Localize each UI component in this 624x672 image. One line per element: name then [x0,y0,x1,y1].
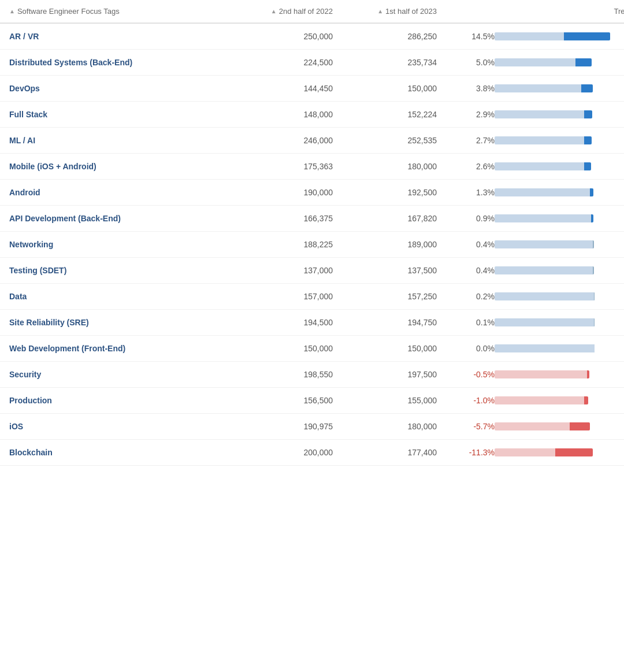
trend-base-bar [495,214,591,222]
tag-name: Distributed Systems (Back-End) [9,58,229,67]
table-row: Testing (SDET) 137,000 137,500 0.4% [0,258,624,284]
table-row: Networking 188,225 189,000 0.4% [0,232,624,258]
table-row: Blockchain 200,000 177,400 -11.3% [0,440,624,466]
trend-change-bar [594,292,595,300]
tag-name: Android [9,188,229,197]
trend-visual [495,370,622,378]
trend-bar-cell [495,58,624,66]
tag-name: Mobile (iOS + Android) [9,162,229,171]
table-row: AR / VR 250,000 286,250 14.5% [0,24,624,50]
trend-base-bar [495,344,595,352]
h1-2023-value: 180,000 [333,162,437,171]
trend-change-bar [593,240,594,248]
sort-icon-h1: ▲ [377,8,383,14]
trend-change-bar [590,188,593,196]
pct-value: 2.9% [437,110,495,119]
h2-2022-value: 250,000 [229,32,333,41]
h2-2022-value: 156,500 [229,396,333,405]
pct-value: 0.2% [437,292,495,301]
trend-visual [495,136,622,144]
pct-value: 1.3% [437,188,495,197]
trend-change-bar [587,370,589,378]
pct-value: 0.9% [437,214,495,223]
trend-bar-cell [495,110,624,118]
col-trend-header[interactable]: Trend [495,7,624,16]
pct-value: 0.0% [437,344,495,353]
h1-2023-value: 286,250 [333,32,437,41]
trend-visual [495,266,622,274]
trend-visual [495,162,622,170]
h1-2023-value: 194,750 [333,318,437,327]
trend-change-bar [555,448,593,456]
trend-bar-cell [495,214,624,222]
trend-visual [495,84,622,92]
table-row: Distributed Systems (Back-End) 224,500 2… [0,50,624,76]
h1-2023-value: 150,000 [333,344,437,353]
trend-visual [495,110,622,118]
table-row: Data 157,000 157,250 0.2% [0,284,624,310]
tag-name: Testing (SDET) [9,266,229,275]
sort-icon-h2: ▲ [271,8,277,14]
trend-bar-cell [495,266,624,274]
tag-name: AR / VR [9,32,229,41]
trend-base-bar [495,32,564,40]
tag-name: Web Development (Front-End) [9,344,229,353]
trend-visual [495,448,622,456]
h2-2022-value: 175,363 [229,162,333,171]
trend-base-bar [495,422,570,430]
h2-2022-value: 144,450 [229,84,333,93]
h1-2023-value: 180,000 [333,422,437,431]
h1-2023-value: 177,400 [333,448,437,457]
h2-2022-value: 198,550 [229,370,333,379]
trend-base-bar [495,110,584,118]
tag-name: Networking [9,240,229,249]
trend-visual [495,188,622,196]
h2-2022-value: 190,000 [229,188,333,197]
table-row: DevOps 144,450 150,000 3.8% [0,76,624,102]
table-row: Site Reliability (SRE) 194,500 194,750 0… [0,310,624,336]
h1-2023-value: 235,734 [333,58,437,67]
trend-change-bar [564,32,610,40]
pct-value: -5.7% [437,422,495,431]
table-row: Android 190,000 192,500 1.3% [0,180,624,206]
sort-icon-tag: ▲ [9,8,15,14]
pct-value: 5.0% [437,58,495,67]
pct-value: -1.0% [437,396,495,405]
tag-name: iOS [9,422,229,431]
trend-bar-cell [495,84,624,92]
trend-bar-cell [495,370,624,378]
pct-value: 2.7% [437,136,495,145]
trend-base-bar [495,292,594,300]
trend-base-bar [495,448,555,456]
h2-2022-value: 194,500 [229,318,333,327]
trend-visual [495,422,622,430]
trend-change-bar [591,214,593,222]
h2-2022-value: 224,500 [229,58,333,67]
h2-2022-value: 157,000 [229,292,333,301]
h2-2022-value: 166,375 [229,214,333,223]
trend-change-bar [570,422,590,430]
trend-bar-cell [495,422,624,430]
pct-value: 0.4% [437,266,495,275]
trend-visual [495,240,622,248]
pct-value: -0.5% [437,370,495,379]
trend-change-bar [584,136,592,144]
tag-name: ML / AI [9,136,229,145]
trend-bar-cell [495,448,624,456]
h1-2023-value: 137,500 [333,266,437,275]
trend-visual [495,344,622,352]
trend-bar-cell [495,136,624,144]
h1-2023-value: 252,535 [333,136,437,145]
trend-base-bar [495,240,593,248]
main-table: ▲ Software Engineer Focus Tags ▲ 2nd hal… [0,0,624,466]
col-h1-2023-header[interactable]: ▲ 1st half of 2023 [333,7,437,16]
col-h2-2022-header[interactable]: ▲ 2nd half of 2022 [229,7,333,16]
trend-change-bar [584,396,588,404]
h2-2022-value: 137,000 [229,266,333,275]
trend-change-bar [575,58,592,66]
col-tag-header[interactable]: ▲ Software Engineer Focus Tags [9,7,229,16]
h2-2022-value: 150,000 [229,344,333,353]
table-row: API Development (Back-End) 166,375 167,8… [0,206,624,232]
tag-name: DevOps [9,84,229,93]
h2-2022-value: 200,000 [229,448,333,457]
